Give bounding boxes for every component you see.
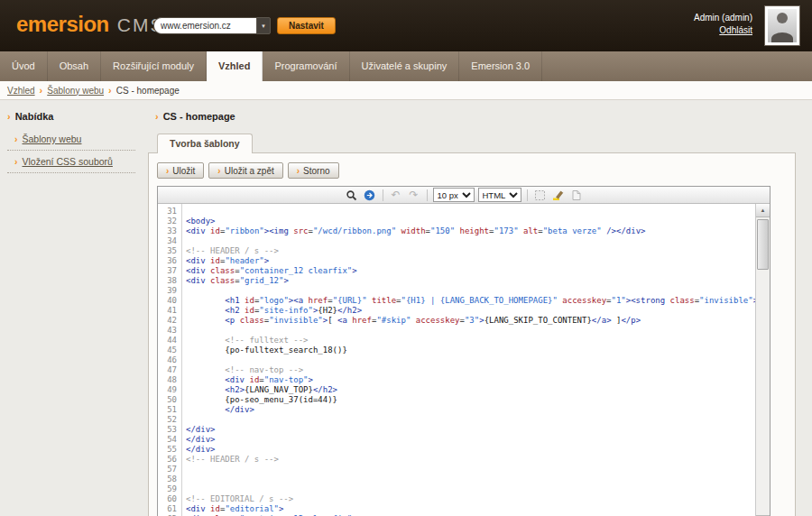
syntax-select[interactable]: HTML (478, 188, 521, 202)
breadcrumb-separator-icon: › (108, 85, 112, 96)
toolbar-separator (383, 189, 383, 201)
sidebar-title-label: Nabídka (15, 111, 54, 122)
highlight-icon[interactable] (551, 189, 566, 202)
user-box: Admin (admin) Odhlásit (694, 12, 752, 37)
site-url-group: ▼ Nastavit (153, 17, 336, 34)
nav-item-emersion-3-0[interactable]: Emersion 3.0 (459, 51, 542, 81)
action-buttons: › Uložit › Uložit a zpět › Storno (149, 153, 795, 179)
arrow-icon: › (14, 134, 18, 144)
avatar (764, 5, 800, 46)
user-label: Admin (admin) (694, 12, 752, 24)
toolbar-separator (427, 189, 428, 201)
nav-item-uvod[interactable]: Úvod (0, 51, 48, 81)
editor-toolbar: ↶ ↷ 10 px HTML (158, 187, 770, 204)
topbar: emersionCMS ▼ Nastavit Admin (admin) Odh… (0, 0, 812, 51)
page: emersionCMS ▼ Nastavit Admin (admin) Odh… (0, 0, 812, 516)
editor-scrollbar[interactable]: ▲ ▼ (755, 204, 770, 516)
editor-line-numbers: 3132333435363738394041424344454647484950… (158, 204, 182, 516)
content: › CS - homepage Tvorba šablony › Uložit … (148, 111, 796, 516)
logo-brand: emersion (16, 12, 109, 36)
go-to-line-icon[interactable] (363, 189, 377, 202)
breadcrumb-link-sablony-webu[interactable]: Šablony webu (47, 86, 104, 96)
breadcrumb: Vzhled › Šablony webu › CS - homepage (0, 81, 812, 100)
editor-code[interactable]: <body><div id="ribbon"><img src="/wcd/ri… (182, 204, 755, 516)
smooth-selection-icon[interactable] (533, 189, 548, 202)
template-panel: › Uložit › Uložit a zpět › Storno (148, 152, 796, 516)
breadcrumb-current: CS - homepage (116, 86, 180, 96)
nav-item-uzivatele-a-skupiny[interactable]: Uživatelé a skupiny (350, 51, 460, 81)
site-url-input[interactable] (153, 17, 256, 34)
arrow-icon: › (14, 156, 18, 167)
editor-body: 3132333435363738394041424344454647484950… (158, 204, 770, 516)
site-url-dropdown-button[interactable]: ▼ (256, 17, 271, 34)
save-and-back-button-label: Uložit a zpět (225, 166, 274, 176)
sidebar-item-vlozeni-css-souboru[interactable]: › Vložení CSS souborů (7, 151, 135, 173)
breadcrumb-separator-icon: › (40, 85, 43, 96)
arrow-icon: › (7, 111, 11, 122)
undo-icon[interactable]: ↶ (389, 189, 403, 202)
template-code-editor: ↶ ↷ 10 px HTML (157, 186, 770, 516)
logout-link[interactable]: Odhlásit (719, 25, 752, 35)
toolbar-separator (527, 189, 528, 201)
nav-item-obsah[interactable]: Obsah (48, 51, 101, 81)
avatar-photo (768, 9, 797, 42)
search-icon[interactable] (345, 189, 359, 202)
arrow-icon: › (155, 111, 159, 122)
cancel-button-label: Storno (303, 166, 329, 176)
set-site-button[interactable]: Nastavit (277, 17, 336, 34)
nav-item-programovani[interactable]: Programování (263, 51, 349, 81)
scrollbar-thumb[interactable] (757, 219, 769, 270)
page-title: › CS - homepage (155, 111, 796, 122)
logo: emersionCMS (16, 12, 164, 37)
save-button[interactable]: › Uložit (157, 162, 204, 179)
font-size-select[interactable]: 10 px (433, 188, 475, 202)
save-button-label: Uložit (172, 166, 195, 176)
scroll-up-icon[interactable]: ▲ (756, 204, 770, 217)
nav-item-vzhled[interactable]: Vzhled (207, 51, 263, 81)
chevron-down-icon: ▼ (261, 23, 266, 29)
nav-item-rozsirujici-moduly[interactable]: Rozšiřující moduly (101, 51, 207, 81)
redo-icon[interactable]: ↷ (407, 189, 421, 202)
arrow-icon: › (166, 166, 169, 176)
page-title-label: CS - homepage (163, 111, 235, 122)
sidebar-item-label: Šablony webu (23, 134, 82, 144)
cancel-button[interactable]: › Storno (288, 162, 339, 179)
sidebar-item-sablony-webu[interactable]: › Šablony webu (7, 128, 135, 151)
sidebar-item-label: Vložení CSS souborů (23, 156, 113, 167)
save-and-back-button[interactable]: › Uložit a zpět (208, 162, 282, 179)
arrow-icon: › (217, 166, 220, 176)
sidebar: › Nabídka › Šablony webu › Vložení CSS s… (7, 111, 135, 173)
reset-highlight-icon[interactable] (569, 189, 584, 202)
breadcrumb-link-vzhled[interactable]: Vzhled (7, 86, 35, 96)
arrow-icon: › (297, 166, 300, 176)
tab-tvorba-sablony[interactable]: Tvorba šablony (157, 134, 253, 153)
sidebar-title: › Nabídka (7, 111, 135, 128)
main-nav: Úvod Obsah Rozšiřující moduly Vzhled Pro… (0, 51, 812, 81)
